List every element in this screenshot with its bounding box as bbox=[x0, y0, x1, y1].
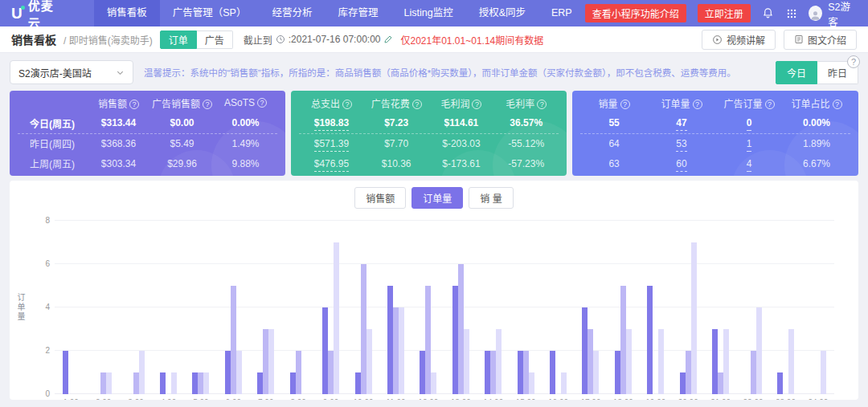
page-header: 销售看板 / 即时销售(海卖助手) 订单 广告 截止到 :2021-07-16 … bbox=[0, 26, 868, 53]
register-button[interactable]: 立即注册 bbox=[698, 4, 751, 22]
metric-value: $5.49 bbox=[150, 138, 214, 149]
bar-今日 bbox=[485, 351, 490, 394]
metric-value: -57.23% bbox=[493, 158, 559, 169]
metric-help-icon[interactable]: ? bbox=[342, 100, 352, 109]
bar-上周 bbox=[691, 242, 697, 394]
bar-上周 bbox=[788, 329, 794, 394]
avatar bbox=[809, 6, 822, 21]
today-button[interactable]: 今日 bbox=[776, 61, 817, 84]
metric-header: ASoTS? bbox=[214, 97, 277, 108]
metric-value-link[interactable]: 60 bbox=[676, 158, 686, 172]
metric-value: $198.83 bbox=[299, 117, 364, 128]
top-nav: U 优麦云 销售看板广告管理（SP）经营分析库存管理Listing监控授权&同步… bbox=[0, 0, 868, 26]
x-axis-labels: 1:002:003:004:005:006:007:008:009:0010:0… bbox=[55, 398, 834, 400]
bar-今日 bbox=[192, 372, 198, 394]
chart-tab[interactable]: 销售额 bbox=[354, 187, 406, 209]
metric-help-icon[interactable]: ? bbox=[472, 100, 481, 109]
bar-上周 bbox=[496, 329, 502, 394]
edit-pencil-icon[interactable] bbox=[383, 35, 393, 44]
bar-今日 bbox=[550, 351, 555, 394]
deadline-value: :2021-07-16 07:00:00 bbox=[289, 34, 381, 45]
metric-value: $7.70 bbox=[364, 138, 429, 149]
metric-value-link[interactable]: 53 bbox=[676, 138, 686, 152]
bar-上周 bbox=[658, 329, 664, 394]
bar-上周 bbox=[334, 242, 339, 394]
metric-value: $7.23 bbox=[364, 117, 429, 128]
metric-header: 销售额? bbox=[87, 96, 150, 110]
metric-help-icon[interactable]: ? bbox=[833, 100, 842, 109]
bar-今日 bbox=[518, 351, 523, 394]
app-logo[interactable]: U 优麦云 bbox=[11, 0, 65, 31]
x-tick-label: 18:00 bbox=[607, 398, 639, 400]
order-volume-chart: 订单量 02468 bbox=[55, 221, 834, 394]
metric-help-icon[interactable]: ? bbox=[412, 100, 422, 109]
metric-header: 广告订量? bbox=[715, 96, 783, 110]
bar-今日 bbox=[712, 329, 718, 394]
bar-昨日 bbox=[458, 264, 464, 394]
bar-今日 bbox=[582, 307, 588, 394]
bar-上周 bbox=[366, 329, 372, 394]
metric-value: 47 bbox=[648, 117, 715, 128]
nav-item[interactable]: Listing监控 bbox=[391, 0, 466, 26]
nav-item[interactable]: 授权&同步 bbox=[466, 0, 538, 26]
metric-help-icon[interactable]: ? bbox=[765, 100, 775, 109]
tab-ad[interactable]: 广告 bbox=[197, 31, 233, 49]
metric-help-icon[interactable]: ? bbox=[203, 100, 212, 109]
store-select[interactable]: S2演示店-美国站 bbox=[10, 60, 133, 84]
metric-value-link[interactable]: $571.39 bbox=[314, 138, 349, 152]
nav-item[interactable]: ERP bbox=[538, 0, 585, 26]
document-icon bbox=[794, 35, 804, 44]
bar-今日 bbox=[387, 286, 393, 394]
x-tick-label: 3:00 bbox=[120, 398, 152, 400]
metric-header: 订单占比? bbox=[783, 96, 850, 110]
mini-program-intro-button[interactable]: 查看小程序功能介绍 bbox=[585, 4, 686, 22]
bar-昨日 bbox=[296, 351, 301, 394]
bar-上周 bbox=[593, 351, 599, 394]
bar-今日 bbox=[420, 351, 425, 394]
bar-昨日 bbox=[328, 351, 334, 394]
metric-value-link[interactable]: 4 bbox=[747, 158, 752, 172]
user-menu[interactable]: S2游客 bbox=[809, 0, 857, 29]
data-deadline: 截止到 :2021-07-16 07:00:00 bbox=[244, 33, 394, 47]
order-ad-toggle: 订单 广告 bbox=[160, 31, 233, 49]
video-guide-button[interactable]: 视频讲解 bbox=[702, 30, 776, 50]
metric-value: 4 bbox=[715, 158, 783, 169]
tab-order[interactable]: 订单 bbox=[160, 31, 197, 49]
metric-value-link[interactable]: $198.83 bbox=[314, 117, 349, 131]
metric-help-icon[interactable]: ? bbox=[537, 100, 547, 109]
help-icon[interactable]: ? bbox=[847, 55, 860, 68]
x-tick-label: 7:00 bbox=[250, 398, 282, 400]
bar-昨日 bbox=[620, 286, 626, 394]
bar-今日 bbox=[680, 372, 686, 394]
chart-tab[interactable]: 订单量 bbox=[411, 187, 463, 209]
metric-help-icon[interactable]: ? bbox=[257, 98, 267, 108]
metric-value: 1.89% bbox=[783, 138, 850, 149]
metric-value-link[interactable]: 47 bbox=[676, 117, 686, 131]
metric-help-icon[interactable]: ? bbox=[620, 100, 630, 109]
page-title: 销售看板 bbox=[11, 31, 56, 47]
metric-value: 63 bbox=[580, 158, 648, 169]
nav-item[interactable]: 经营分析 bbox=[259, 0, 325, 26]
metric-value: 0.00% bbox=[783, 117, 850, 128]
metric-value-link[interactable]: 0 bbox=[747, 117, 752, 131]
nav-item[interactable]: 广告管理（SP） bbox=[160, 0, 260, 26]
metric-help-icon[interactable]: ? bbox=[129, 100, 139, 109]
apps-grid-icon[interactable] bbox=[785, 6, 797, 20]
bar-group bbox=[510, 221, 542, 394]
bar-今日 bbox=[452, 286, 458, 394]
metric-value-link[interactable]: 1 bbox=[747, 138, 752, 152]
metric-value-link[interactable]: $476.95 bbox=[314, 158, 349, 172]
sales-metric-tip: 温馨提示：系统中的“销售额”指标，所指的是：商品销售额（商品价格*购买数量），而… bbox=[144, 66, 765, 79]
metric-help-icon[interactable]: ? bbox=[693, 100, 702, 109]
x-tick-label: 2:00 bbox=[87, 398, 119, 400]
doc-guide-button[interactable]: 图文介绍 bbox=[784, 30, 857, 50]
x-tick-label: 13:00 bbox=[444, 398, 477, 400]
data-range-notice: 仅2021年01.01~01.14期间有数据 bbox=[400, 33, 543, 47]
nav-item[interactable]: 销售看板 bbox=[94, 0, 160, 26]
bar-group bbox=[640, 221, 672, 394]
bar-group bbox=[250, 221, 282, 394]
bell-icon[interactable] bbox=[762, 6, 774, 20]
metric-value: 6.67% bbox=[783, 158, 850, 169]
chart-tab[interactable]: 销 量 bbox=[469, 187, 513, 209]
nav-item[interactable]: 库存管理 bbox=[325, 0, 391, 26]
